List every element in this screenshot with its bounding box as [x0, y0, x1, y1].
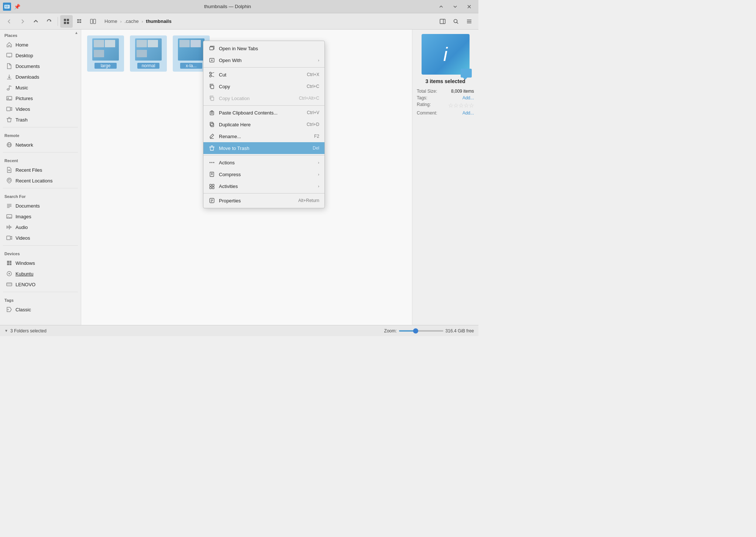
sidebar-item-search-images[interactable]: Images	[1, 211, 79, 222]
section-search-for: Search For	[0, 191, 81, 200]
breadcrumb-cache[interactable]: .cache	[123, 18, 140, 25]
breadcrumb-thumbnails[interactable]: thumbnails	[144, 18, 173, 25]
view-split-button[interactable]	[87, 15, 99, 28]
sidebar-item-pictures[interactable]: Pictures	[1, 93, 79, 103]
search-button[interactable]	[450, 15, 462, 28]
sidebar-item-downloads[interactable]: Downloads	[1, 72, 79, 82]
sidebar-item-classic[interactable]: Classic	[1, 304, 79, 315]
sidebar-label-search-videos: Videos	[16, 235, 30, 241]
section-devices: Devices	[0, 248, 81, 257]
sidebar-item-recent-locations[interactable]: Recent Locations	[1, 175, 79, 186]
svg-point-39	[8, 179, 10, 181]
sidebar-item-network[interactable]: Network	[1, 140, 79, 150]
minimize-button[interactable]	[435, 0, 447, 13]
ctx-copy[interactable]: Copy Ctrl+C	[203, 81, 324, 92]
main-layout: ▲ Places Home Desktop Documents Downloa	[0, 30, 478, 325]
ctx-actions[interactable]: Actions ›	[203, 157, 324, 168]
sidebar-item-windows[interactable]: Windows	[1, 258, 79, 268]
ctx-sep-2	[203, 105, 324, 106]
svg-rect-2	[7, 6, 8, 7]
svg-point-80	[213, 162, 214, 163]
ctx-compress-icon	[209, 171, 215, 178]
sidebar-item-search-videos[interactable]: Videos	[1, 233, 79, 243]
svg-rect-8	[64, 22, 66, 24]
sidebar-label-pictures: Pictures	[16, 96, 33, 101]
sidebar-item-search-audio[interactable]: Audio	[1, 222, 79, 232]
ctx-properties[interactable]: Properties Alt+Return	[203, 195, 324, 206]
sidebar-scroll-up[interactable]: ▲	[73, 30, 79, 35]
svg-rect-60	[210, 47, 213, 50]
ctx-activities[interactable]: Activities ›	[203, 180, 324, 192]
file-content[interactable]: large normal	[81, 30, 412, 325]
close-button[interactable]	[463, 0, 475, 13]
breadcrumb-home[interactable]: Home	[103, 18, 119, 25]
sidebar-item-lenovo[interactable]: LENOVO	[1, 279, 79, 290]
sidebar-item-kubuntu[interactable]: Kubuntu	[1, 268, 79, 279]
ctx-open-with-icon	[209, 57, 215, 64]
folder-large[interactable]: large	[87, 35, 124, 72]
ctx-properties-shortcut: Alt+Return	[298, 198, 319, 203]
window-controls	[435, 0, 475, 13]
network-icon	[6, 141, 13, 148]
forward-button[interactable]	[16, 15, 29, 28]
ctx-open-new-tabs-icon	[209, 45, 215, 52]
sidebar-div-3	[3, 188, 78, 188]
svg-rect-57	[7, 283, 12, 286]
ctx-rename-label: Rename...	[219, 134, 310, 139]
ctx-rename[interactable]: Rename... F2	[203, 130, 324, 142]
info-comment-value[interactable]: Add...	[463, 110, 474, 116]
ctx-paste[interactable]: Paste Clipboard Contents... Ctrl+V	[203, 107, 324, 119]
zoom-thumb[interactable]	[413, 328, 418, 334]
ctx-duplicate-icon	[209, 121, 215, 128]
breadcrumb-sep-2: ›	[142, 19, 143, 24]
sidebar-label-trash: Trash	[16, 117, 28, 123]
ctx-copy-location-icon	[209, 95, 215, 102]
folder-normal[interactable]: normal	[130, 35, 167, 72]
ctx-open-with-arrow: ›	[318, 58, 319, 62]
folder-large-label: large	[94, 63, 117, 69]
kubuntu-icon	[6, 270, 13, 277]
svg-rect-75	[210, 122, 213, 126]
ctx-open-new-tabs-label: Open in New Tabs	[219, 46, 319, 51]
sidebar-item-recent-files[interactable]: Recent Files	[1, 165, 79, 175]
up-button[interactable]	[30, 15, 42, 28]
maximize-button[interactable]	[449, 0, 461, 13]
ctx-cut[interactable]: Cut Ctrl+X	[203, 69, 324, 81]
ctx-copy-icon	[209, 83, 215, 90]
pictures-icon	[6, 95, 13, 102]
sidebar-item-trash[interactable]: Trash	[1, 114, 79, 125]
ctx-open-with[interactable]: Open With ›	[203, 54, 324, 66]
view-compact-button[interactable]	[73, 15, 86, 28]
ctx-actions-arrow: ›	[318, 160, 319, 165]
ctx-open-new-tabs[interactable]: Open in New Tabs	[203, 42, 324, 54]
lenovo-icon	[6, 281, 13, 288]
sidebar-item-documents[interactable]: Documents	[1, 61, 79, 71]
pin-button[interactable]: 📌	[14, 4, 20, 10]
view-icons-button[interactable]	[60, 15, 73, 28]
ctx-duplicate[interactable]: Duplicate Here Ctrl+D	[203, 119, 324, 130]
info-icon: i	[422, 34, 470, 75]
sidebar-item-videos[interactable]: Videos	[1, 104, 79, 114]
info-rating-stars[interactable]: ☆☆☆☆☆	[448, 102, 474, 109]
sidebar-label-search-audio: Audio	[16, 225, 28, 230]
panel-button[interactable]	[436, 15, 449, 28]
svg-rect-32	[7, 107, 10, 111]
ctx-compress[interactable]: Compress ›	[203, 168, 324, 180]
svg-rect-52	[10, 261, 11, 263]
sidebar-item-music[interactable]: Music	[1, 82, 79, 93]
sidebar-item-search-documents[interactable]: Documents	[1, 201, 79, 211]
sidebar-item-home[interactable]: Home	[1, 40, 79, 50]
reload-button[interactable]	[43, 15, 55, 28]
statusbar-chevron[interactable]: ▼	[4, 329, 8, 333]
info-tags-value[interactable]: Add...	[463, 95, 474, 100]
sidebar-item-desktop[interactable]: Desktop	[1, 50, 79, 61]
sidebar-label-recent-locations: Recent Locations	[16, 178, 52, 184]
ctx-move-trash[interactable]: Move to Trash Del	[203, 142, 324, 154]
back-button[interactable]	[3, 15, 16, 28]
search-audio-icon	[6, 224, 13, 230]
ctx-copy-location[interactable]: Copy Location Ctrl+Alt+C	[203, 92, 324, 104]
sidebar-label-network: Network	[16, 142, 33, 148]
zoom-slider[interactable]	[399, 330, 443, 332]
folder-large-thumb	[92, 38, 119, 61]
menu-button[interactable]	[463, 15, 475, 28]
